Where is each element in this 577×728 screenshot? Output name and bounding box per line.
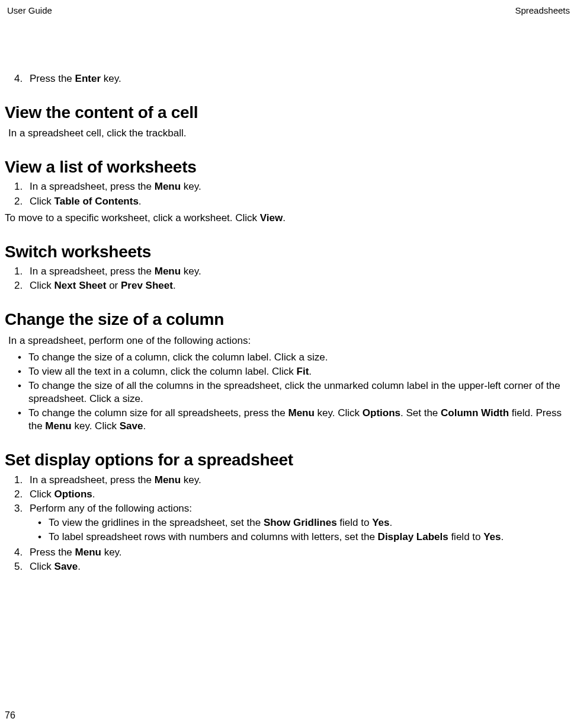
bold-text: Prev Sheet (121, 280, 173, 291)
text: To change the column size for all spread… (28, 407, 288, 419)
bold-text: Options (363, 407, 400, 419)
text: To change the size of a column, click th… (28, 352, 328, 363)
ordered-list: 1. In a spreadsheet, press the Menu key.… (5, 180, 572, 207)
text: . (139, 196, 142, 207)
text: . (173, 280, 176, 291)
bold-text: Menu (45, 420, 71, 432)
list-number: 1. (14, 180, 30, 193)
list-number: 2. (14, 488, 30, 501)
list-item: 2. Click Next Sheet or Prev Sheet. (12, 279, 572, 292)
bold-text: Enter (75, 73, 101, 84)
bold-text: Yes (483, 531, 501, 542)
text: field to (448, 531, 484, 542)
list-item: 2. Click Options. (12, 488, 572, 501)
bold-text: View (260, 212, 283, 223)
header: User Guide Spreadsheets (5, 5, 572, 17)
heading-set-display-options: Set display options for a spreadsheet (5, 449, 572, 471)
list-text: Perform any of the following actions: To… (30, 502, 572, 545)
bold-text: Display Labels (378, 531, 448, 542)
list-text: In a spreadsheet, press the Menu key. (30, 474, 572, 487)
header-left: User Guide (7, 5, 52, 17)
list-item: 2. Click Table of Contents. (12, 195, 572, 208)
list-text: In a spreadsheet, press the Menu key. (30, 180, 572, 193)
list-item: To change the size of all the columns in… (18, 379, 572, 405)
text: In a spreadsheet, press the (30, 474, 155, 486)
bold-text: Table of Contents (55, 196, 139, 207)
list-number: 2. (14, 279, 30, 292)
list-item: 1. In a spreadsheet, press the Menu key. (12, 180, 572, 193)
list-number: 1. (14, 265, 30, 278)
text: To change the size of all the columns in… (28, 380, 560, 404)
text: Press the (30, 73, 75, 84)
list-text: Click Options. (30, 488, 572, 501)
list-text: Click Save. (30, 560, 572, 573)
list-item: 4. Press the Enter key. (12, 72, 572, 85)
text: key. Click (72, 420, 120, 432)
text: Press the (30, 547, 75, 558)
list-number: 5. (14, 560, 30, 573)
text: . Set the (400, 407, 441, 419)
bold-text: Fit (297, 366, 309, 377)
bold-text: Show Gridlines (264, 517, 337, 528)
bullet-list: To view the gridlines in the spreadsheet… (30, 516, 572, 544)
text: In a spreadsheet, press the (30, 266, 155, 277)
text: To view the gridlines in the spreadsheet… (49, 517, 264, 528)
text: To label spreadsheet rows with numbers a… (49, 531, 378, 542)
content: 4. Press the Enter key. View the content… (5, 17, 572, 574)
bold-text: Menu (288, 407, 314, 419)
paragraph: In a spreadsheet cell, click the trackba… (5, 127, 572, 140)
text: To move to a specific worksheet, click a… (5, 212, 260, 223)
text: . (501, 531, 504, 542)
list-item: 1. In a spreadsheet, press the Menu key. (12, 474, 572, 487)
text: Perform any of the following actions: (30, 503, 192, 514)
ordered-list: 1. In a spreadsheet, press the Menu key.… (5, 265, 572, 292)
bold-text: Menu (155, 181, 181, 192)
paragraph: In a spreadsheet, perform one of the fol… (5, 334, 572, 347)
bold-text: Save (120, 420, 143, 432)
list-text: Press the Enter key. (30, 72, 121, 85)
bold-text: Yes (372, 517, 389, 528)
bold-text: Menu (155, 266, 181, 277)
heading-switch-worksheets: Switch worksheets (5, 241, 572, 263)
list-item: To label spreadsheet rows with numbers a… (38, 531, 572, 544)
bold-text: Next Sheet (55, 280, 107, 291)
text: Click (30, 196, 55, 207)
list-item: 1. In a spreadsheet, press the Menu key. (12, 265, 572, 278)
text: key. (101, 73, 121, 84)
text: Click (30, 280, 55, 291)
text: key. Click (315, 407, 363, 419)
bullet-list: To change the size of a column, click th… (5, 351, 572, 433)
heading-change-column-size: Change the size of a column (5, 309, 572, 330)
list-number: 3. (14, 502, 30, 545)
text: . (92, 488, 95, 500)
text: key. (181, 181, 201, 192)
text: . (78, 561, 81, 572)
list-text: Press the Menu key. (30, 546, 572, 559)
list-item: 4. Press the Menu key. (12, 546, 572, 559)
text: . (390, 517, 393, 528)
text: key. (181, 474, 201, 486)
continued-list: 4. Press the Enter key. (5, 72, 572, 85)
text: field to (337, 517, 373, 528)
text: In a spreadsheet, press the (30, 181, 155, 192)
list-item: To change the size of a column, click th… (18, 351, 572, 364)
heading-view-list-of-worksheets: View a list of worksheets (5, 157, 572, 178)
text: Click (30, 561, 55, 572)
list-number: 4. (14, 72, 30, 85)
list-item: 3. Perform any of the following actions:… (12, 502, 572, 545)
list-number: 4. (14, 546, 30, 559)
page-number: 76 (5, 710, 15, 722)
bold-text: Options (55, 488, 92, 500)
text: . (309, 366, 312, 377)
list-text: Click Next Sheet or Prev Sheet. (30, 279, 572, 292)
text: . (143, 420, 146, 432)
list-item: To change the column size for all spread… (18, 407, 572, 433)
bold-text: Save (55, 561, 78, 572)
list-item: To view all the text in a column, click … (18, 365, 572, 378)
paragraph: To move to a specific worksheet, click a… (5, 212, 572, 225)
list-text: In a spreadsheet, press the Menu key. (30, 265, 572, 278)
list-number: 1. (14, 474, 30, 487)
list-item: 5. Click Save. (12, 560, 572, 573)
ordered-list: 1. In a spreadsheet, press the Menu key.… (5, 474, 572, 574)
text: key. (101, 547, 122, 558)
